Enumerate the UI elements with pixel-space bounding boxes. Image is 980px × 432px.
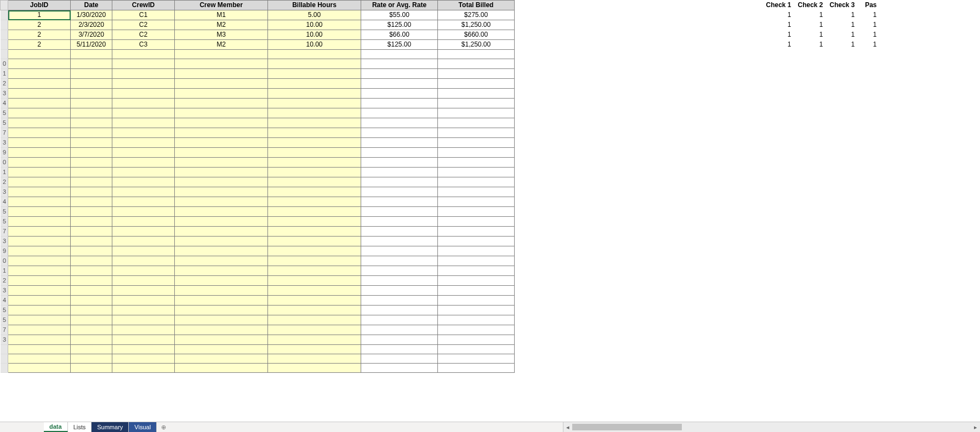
cell[interactable] xyxy=(175,256,268,266)
cell[interactable] xyxy=(361,276,438,286)
cell[interactable] xyxy=(793,50,825,59)
cell[interactable] xyxy=(793,79,825,89)
cell[interactable] xyxy=(438,177,515,187)
cell[interactable] xyxy=(761,79,793,89)
cell-check1[interactable]: 1 xyxy=(761,40,793,50)
cell[interactable] xyxy=(112,158,175,168)
cell[interactable] xyxy=(857,99,879,108)
cell[interactable] xyxy=(268,138,361,148)
cell[interactable] xyxy=(71,227,112,237)
cell[interactable] xyxy=(361,306,438,315)
cell[interactable] xyxy=(112,256,175,266)
cell[interactable] xyxy=(112,296,175,306)
cell[interactable] xyxy=(71,50,112,59)
row-header[interactable]: 4 xyxy=(1,99,8,108)
cell[interactable] xyxy=(857,306,879,315)
cell[interactable] xyxy=(175,197,268,207)
cell[interactable] xyxy=(857,354,879,364)
row-header[interactable]: 3 xyxy=(1,138,8,148)
cell-crewid[interactable]: C3 xyxy=(112,40,175,50)
cell-billable-hours[interactable]: 10.00 xyxy=(268,20,361,30)
cell[interactable] xyxy=(361,138,438,148)
row-header[interactable]: 3 xyxy=(1,335,8,345)
scroll-right-icon[interactable]: ▸ xyxy=(971,424,980,431)
cell[interactable] xyxy=(825,69,857,79)
cell[interactable] xyxy=(8,286,71,296)
cell[interactable] xyxy=(175,335,268,345)
scroll-left-icon[interactable]: ◂ xyxy=(563,424,572,431)
cell[interactable] xyxy=(438,69,515,79)
cell[interactable] xyxy=(438,246,515,256)
cell[interactable] xyxy=(761,217,793,227)
scroll-thumb[interactable] xyxy=(572,424,682,430)
cell-check1[interactable]: 1 xyxy=(761,30,793,40)
cell[interactable] xyxy=(825,364,857,373)
cell[interactable] xyxy=(71,177,112,187)
row-header[interactable]: 0 xyxy=(1,59,8,69)
col-header-rate[interactable]: Rate or Avg. Rate xyxy=(361,1,438,10)
cell[interactable] xyxy=(112,108,175,118)
cell[interactable] xyxy=(825,246,857,256)
cell[interactable] xyxy=(825,354,857,364)
cell[interactable] xyxy=(361,207,438,217)
cell[interactable] xyxy=(761,118,793,128)
cell[interactable] xyxy=(361,99,438,108)
cell-crewid[interactable]: C2 xyxy=(112,30,175,40)
cell[interactable] xyxy=(438,148,515,158)
cell[interactable] xyxy=(361,237,438,246)
cell[interactable] xyxy=(175,99,268,108)
cell[interactable] xyxy=(8,177,71,187)
cell[interactable] xyxy=(175,177,268,187)
cell[interactable] xyxy=(112,197,175,207)
cell[interactable] xyxy=(825,315,857,325)
cell[interactable] xyxy=(175,325,268,335)
col-header-jobid[interactable]: JobID xyxy=(8,1,71,10)
cell[interactable] xyxy=(793,148,825,158)
cell[interactable] xyxy=(268,256,361,266)
cell[interactable] xyxy=(71,138,112,148)
cell[interactable] xyxy=(825,177,857,187)
cell[interactable] xyxy=(438,364,515,373)
cell[interactable] xyxy=(857,128,879,138)
row-header[interactable]: 5 xyxy=(1,118,8,128)
cell[interactable] xyxy=(112,325,175,335)
cell[interactable] xyxy=(175,168,268,177)
cell[interactable] xyxy=(268,306,361,315)
cell[interactable] xyxy=(361,118,438,128)
cell[interactable] xyxy=(857,325,879,335)
cell[interactable] xyxy=(825,89,857,99)
cell[interactable] xyxy=(71,128,112,138)
cell[interactable] xyxy=(71,118,112,128)
cell[interactable] xyxy=(8,315,71,325)
cell[interactable] xyxy=(71,266,112,276)
cell[interactable] xyxy=(438,217,515,227)
cell[interactable] xyxy=(438,89,515,99)
cell[interactable] xyxy=(361,256,438,266)
cell[interactable] xyxy=(361,345,438,354)
cell[interactable] xyxy=(825,296,857,306)
cell-check1[interactable]: 1 xyxy=(761,20,793,30)
row-header[interactable]: 0 xyxy=(1,158,8,168)
cell[interactable] xyxy=(175,89,268,99)
cell[interactable] xyxy=(112,335,175,345)
cell-billable-hours[interactable]: 10.00 xyxy=(268,30,361,40)
cell[interactable] xyxy=(793,99,825,108)
row-header[interactable]: 9 xyxy=(1,148,8,158)
cell[interactable] xyxy=(793,89,825,99)
cell[interactable] xyxy=(825,276,857,286)
cell[interactable] xyxy=(175,50,268,59)
row-header[interactable] xyxy=(1,40,8,50)
cell[interactable] xyxy=(175,118,268,128)
cell[interactable] xyxy=(8,217,71,227)
cell-crewmember[interactable]: M2 xyxy=(175,20,268,30)
row-header[interactable]: 7 xyxy=(1,227,8,237)
cell[interactable] xyxy=(825,59,857,69)
row-header[interactable]: 3 xyxy=(1,286,8,296)
cell[interactable] xyxy=(268,246,361,256)
cell[interactable] xyxy=(825,256,857,266)
cell[interactable] xyxy=(438,197,515,207)
cell[interactable] xyxy=(361,197,438,207)
col-header-check1[interactable]: Check 1 xyxy=(761,1,793,10)
row-header[interactable]: 4 xyxy=(1,197,8,207)
cell[interactable] xyxy=(112,59,175,69)
